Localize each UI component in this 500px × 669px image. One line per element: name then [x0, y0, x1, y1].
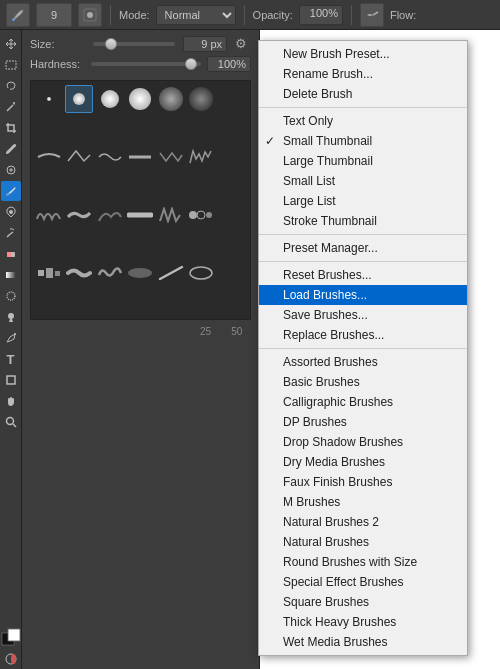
menu-item-large-thumbnail[interactable]: Large Thumbnail: [259, 151, 467, 171]
brush-cell[interactable]: [96, 259, 124, 287]
menu-item-thick-heavy-brushes[interactable]: Thick Heavy Brushes: [259, 612, 467, 632]
brush-cell[interactable]: [96, 201, 124, 229]
clone-stamp-tool[interactable]: [1, 202, 21, 222]
brush-cell[interactable]: [96, 85, 124, 113]
text-tool[interactable]: T: [1, 349, 21, 369]
menu-item-square-brushes[interactable]: Square Brushes: [259, 592, 467, 612]
brush-cell[interactable]: [157, 85, 185, 113]
label-basic-brushes: Basic Brushes: [283, 375, 360, 389]
brush-preset-button[interactable]: [78, 3, 102, 27]
magic-wand-tool[interactable]: [1, 97, 21, 117]
menu-item-rename-brush[interactable]: Rename Brush...: [259, 64, 467, 84]
gradient-tool[interactable]: [1, 265, 21, 285]
brush-cell[interactable]: [157, 143, 185, 171]
separator-2: [244, 5, 245, 25]
menu-item-delete-brush[interactable]: Delete Brush: [259, 84, 467, 104]
brush-cell[interactable]: [126, 259, 154, 287]
menu-item-load-brushes[interactable]: Load Brushes...: [259, 285, 467, 305]
label-natural-brushes: Natural Brushes: [283, 535, 369, 549]
menu-item-text-only[interactable]: Text Only: [259, 111, 467, 131]
menu-item-assorted-brushes[interactable]: Assorted Brushes: [259, 352, 467, 372]
brush-cell[interactable]: [35, 201, 63, 229]
menu-item-small-list[interactable]: Small List: [259, 171, 467, 191]
menu-item-special-effect-brushes[interactable]: Special Effect Brushes: [259, 572, 467, 592]
airbrush-button[interactable]: [360, 3, 384, 27]
foreground-color[interactable]: [1, 628, 21, 648]
label-stroke-thumbnail: Stroke Thumbnail: [283, 214, 377, 228]
brush-cell[interactable]: [35, 143, 63, 171]
label-wet-media-brushes: Wet Media Brushes: [283, 635, 388, 649]
label-large-list: Large List: [283, 194, 336, 208]
brush-cell[interactable]: [65, 85, 93, 113]
label-rename-brush: Rename Brush...: [283, 67, 373, 81]
hardness-value[interactable]: [207, 56, 251, 72]
brush-cell[interactable]: [65, 259, 93, 287]
menu-item-small-thumbnail[interactable]: ✓Small Thumbnail: [259, 131, 467, 151]
move-tool[interactable]: [1, 34, 21, 54]
healing-tool[interactable]: [1, 160, 21, 180]
menu-item-replace-brushes[interactable]: Replace Brushes...: [259, 325, 467, 345]
menu-item-large-list[interactable]: Large List: [259, 191, 467, 211]
label-faux-finish-brushes: Faux Finish Brushes: [283, 475, 392, 489]
brush-cell[interactable]: [65, 201, 93, 229]
svg-rect-4: [6, 61, 16, 69]
opacity-input[interactable]: 100%: [299, 5, 343, 25]
menu-item-wet-media-brushes[interactable]: Wet Media Brushes: [259, 632, 467, 652]
eyedropper-tool[interactable]: [1, 139, 21, 159]
label-thick-heavy-brushes: Thick Heavy Brushes: [283, 615, 396, 629]
menu-item-preset-manager[interactable]: Preset Manager...: [259, 238, 467, 258]
svg-line-3: [373, 12, 378, 15]
label-save-brushes: Save Brushes...: [283, 308, 368, 322]
hand-tool[interactable]: [1, 391, 21, 411]
crop-tool[interactable]: [1, 118, 21, 138]
brush-options-gear[interactable]: ⚙: [235, 36, 251, 52]
brush-cell[interactable]: [126, 143, 154, 171]
brush-cell[interactable]: [187, 259, 215, 287]
brush-cell[interactable]: [35, 259, 63, 287]
zoom-tool[interactable]: [1, 412, 21, 432]
menu-item-dp-brushes[interactable]: DP Brushes: [259, 412, 467, 432]
menu-item-save-brushes[interactable]: Save Brushes...: [259, 305, 467, 325]
brush-cell[interactable]: [157, 201, 185, 229]
pen-tool[interactable]: [1, 328, 21, 348]
brush-cell[interactable]: [65, 143, 93, 171]
brush-tool-button[interactable]: [6, 3, 30, 27]
context-menu: New Brush Preset...Rename Brush...Delete…: [258, 40, 468, 656]
quick-mask-button[interactable]: [1, 649, 21, 669]
dodge-tool[interactable]: [1, 307, 21, 327]
menu-item-stroke-thumbnail[interactable]: Stroke Thumbnail: [259, 211, 467, 231]
brush-cell[interactable]: [187, 143, 215, 171]
menu-item-m-brushes[interactable]: M Brushes: [259, 492, 467, 512]
blur-tool[interactable]: [1, 286, 21, 306]
mode-dropdown[interactable]: Normal: [156, 5, 236, 25]
menu-item-reset-brushes[interactable]: Reset Brushes...: [259, 265, 467, 285]
history-brush-tool[interactable]: [1, 223, 21, 243]
menu-item-natural-brushes[interactable]: Natural Brushes: [259, 532, 467, 552]
menu-item-basic-brushes[interactable]: Basic Brushes: [259, 372, 467, 392]
brush-cell[interactable]: [187, 85, 215, 113]
hardness-slider[interactable]: [91, 62, 201, 66]
eraser-tool[interactable]: [1, 244, 21, 264]
selection-tool[interactable]: [1, 55, 21, 75]
shape-tool[interactable]: [1, 370, 21, 390]
menu-item-dry-media-brushes[interactable]: Dry Media Brushes: [259, 452, 467, 472]
brush-tool[interactable]: [1, 181, 21, 201]
brush-cell[interactable]: [187, 201, 215, 229]
brush-cell[interactable]: [96, 143, 124, 171]
brush-cell[interactable]: [157, 259, 185, 287]
menu-item-calligraphic-brushes[interactable]: Calligraphic Brushes: [259, 392, 467, 412]
size-value[interactable]: [183, 36, 227, 52]
menu-item-natural-brushes-2[interactable]: Natural Brushes 2: [259, 512, 467, 532]
size-slider[interactable]: [93, 42, 175, 46]
menu-item-drop-shadow-brushes[interactable]: Drop Shadow Brushes: [259, 432, 467, 452]
brush-grid: [30, 80, 251, 320]
menu-item-new-brush-preset[interactable]: New Brush Preset...: [259, 44, 467, 64]
menu-item-round-brushes-with-size[interactable]: Round Brushes with Size: [259, 552, 467, 572]
brush-size-display[interactable]: 9: [36, 3, 72, 27]
brush-cell[interactable]: [126, 85, 154, 113]
brush-cell[interactable]: [126, 201, 154, 229]
svg-point-32: [190, 267, 212, 279]
menu-item-faux-finish-brushes[interactable]: Faux Finish Brushes: [259, 472, 467, 492]
brush-cell[interactable]: [35, 85, 63, 113]
lasso-tool[interactable]: [1, 76, 21, 96]
